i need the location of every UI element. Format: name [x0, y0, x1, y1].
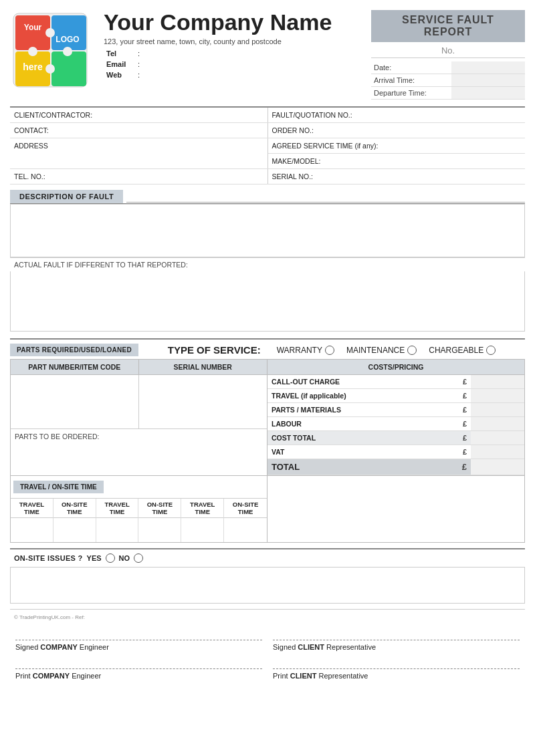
serial-no-label: SERIAL NO.: [268, 169, 525, 184]
parts-amount[interactable] [471, 403, 524, 417]
print-client-line [273, 668, 520, 669]
signed-company-col: Signed COMPANY Engineer [10, 625, 268, 654]
svg-rect-4 [51, 51, 86, 86]
warranty-option[interactable]: WARRANTY [277, 346, 334, 355]
onsite-d1[interactable] [54, 518, 96, 542]
report-no: No. [371, 45, 525, 58]
tel-no-label: TEL. NO.: [10, 169, 268, 184]
signed-client-line [273, 640, 520, 640]
date-label: Date: [371, 61, 451, 74]
type-service-block: TYPE OF SERVICE: WARRANTY MAINTENANCE CH… [138, 344, 525, 356]
onsite-h2: ON-SITE TIME [138, 499, 181, 518]
costs-header: COSTS/PRICING [268, 360, 524, 375]
onsite-no-radio[interactable] [134, 553, 143, 563]
parts-pound: £ [458, 403, 471, 417]
client-contractor-label: CLIENT/CONTRACTOR: [10, 107, 268, 123]
vat-pound: £ [458, 445, 471, 459]
signed-company-label: Signed COMPANY Engineer [15, 643, 262, 651]
onsite-h3: ON-SITE TIME [224, 499, 267, 518]
costs-table: CALL-OUT CHARGE £ TRAVEL (if applicable)… [268, 375, 524, 475]
parts-body-rows [11, 375, 267, 428]
call-out-amount[interactable] [471, 375, 524, 389]
departure-value[interactable] [451, 87, 525, 100]
print-company-line [15, 668, 262, 669]
parts-headers: PART NUMBER/ITEM CODE SERIAL NUMBER [11, 360, 267, 375]
call-out-label: CALL-OUT CHARGE [268, 375, 458, 389]
email-label: Email [105, 59, 135, 69]
web-label: Web [105, 70, 135, 80]
travel-amount[interactable] [471, 389, 524, 403]
copyright: © TradePrintingUK.com - Ref: [10, 612, 525, 622]
arrival-label: Arrival Time: [371, 74, 451, 87]
print-company-col: Print COMPANY Engineer [10, 654, 268, 682]
onsite-no-label: NO [119, 554, 130, 562]
travel-tag: TRAVEL / ON-SITE TIME [13, 481, 104, 493]
print-client-label: Print CLIENT Representative [273, 672, 520, 680]
print-client-col: Print CLIENT Representative [268, 654, 525, 682]
signed-company-line [15, 640, 262, 640]
tel-value: : [136, 49, 141, 58]
total-pound: £ [458, 459, 471, 475]
serial-numbers-col[interactable] [139, 375, 268, 428]
costs-right-panel: COSTS/PRICING CALL-OUT CHARGE £ TRAVEL (… [268, 360, 524, 475]
labour-label: LABOUR [268, 417, 458, 431]
labour-amount[interactable] [471, 417, 524, 431]
travel-d2[interactable] [96, 518, 139, 542]
signed-client-label: Signed CLIENT Representative [273, 643, 520, 651]
logo-container: Your LOGO here [10, 10, 94, 94]
parts-ordered-label: PARTS TO BE ORDERED: [11, 428, 267, 444]
onsite-yes-radio[interactable] [106, 553, 115, 563]
vat-amount[interactable] [471, 445, 524, 459]
fault-section-header-row: DESCRIPTION OF FAULT [10, 190, 525, 204]
date-value[interactable] [451, 61, 525, 74]
warranty-radio[interactable] [325, 346, 334, 355]
warranty-label: WARRANTY [277, 346, 322, 355]
cost-total-amount[interactable] [471, 431, 524, 445]
company-info: Your Company Name 123, your street name,… [104, 10, 364, 81]
company-contact: Tel : Email : Web : [104, 47, 364, 81]
travel-d3[interactable] [181, 518, 224, 542]
parts-service-header: PARTS REQUIRED/USED/LOANED TYPE OF SERVI… [10, 338, 525, 359]
svg-point-7 [63, 47, 72, 56]
arrival-value[interactable] [451, 74, 525, 87]
travel-d1[interactable] [11, 518, 54, 542]
actual-fault-box[interactable] [10, 271, 525, 332]
onsite-d2[interactable] [138, 518, 181, 542]
fault-quot-label: FAULT/QUOTATION NO.: [268, 107, 525, 123]
maintenance-radio[interactable] [407, 346, 417, 355]
svg-point-6 [28, 47, 37, 56]
svg-rect-2 [51, 15, 86, 50]
part-numbers-col[interactable] [11, 375, 139, 428]
contact-label: CONTACT: [10, 123, 268, 138]
report-title: SERVICE FAULT REPORT [371, 10, 525, 42]
travel-h2: TRAVEL TIME [96, 499, 139, 518]
web-value: : [136, 70, 141, 80]
form-grid: CLIENT/CONTRACTOR: FAULT/QUOTATION NO.: … [10, 106, 525, 184]
onsite-issues-row: ON-SITE ISSUES ? YES NO [10, 548, 525, 564]
total-label: TOTAL [268, 459, 458, 475]
total-amount[interactable] [471, 459, 524, 475]
fault-title: DESCRIPTION OF FAULT [10, 190, 123, 203]
chargeable-option[interactable]: CHARGEABLE [429, 346, 496, 355]
cost-total-pound: £ [458, 431, 471, 445]
fault-header-line [126, 202, 525, 203]
travel-h3: TRAVEL TIME [181, 499, 224, 518]
svg-text:Your: Your [24, 23, 42, 32]
chargeable-radio[interactable] [486, 346, 496, 355]
chargeable-label: CHARGEABLE [429, 346, 484, 355]
order-no-label: ORDER NO.: [268, 123, 525, 138]
make-model-label: MAKE/MODEL: [268, 154, 525, 169]
vat-label: VAT [268, 445, 458, 459]
signed-client-col: Signed CLIENT Representative [268, 625, 525, 654]
call-out-pound: £ [458, 375, 471, 389]
agreed-service-label: AGREED SERVICE TIME (if any): [268, 138, 525, 154]
maintenance-option[interactable]: MAINTENANCE [346, 346, 417, 355]
header-right: SERVICE FAULT REPORT No. Date: Arrival T… [371, 10, 525, 100]
onsite-notes-box[interactable] [10, 567, 525, 604]
onsite-h1: ON-SITE TIME [54, 499, 96, 518]
company-address: 123, your street name, town, city, count… [104, 37, 364, 45]
departure-label: Departure Time: [371, 87, 451, 100]
fault-description-box[interactable] [10, 204, 525, 257]
onsite-d3[interactable] [224, 518, 267, 542]
parts-tag: PARTS REQUIRED/USED/LOANED [10, 344, 138, 356]
